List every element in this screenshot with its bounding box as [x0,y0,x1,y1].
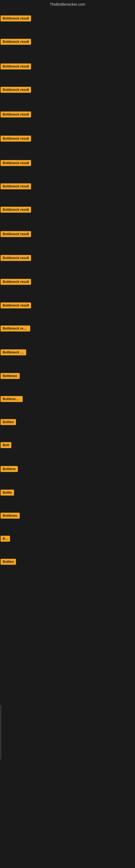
bottleneck-badge: Bot [1,536,10,542]
bottleneck-badge: Bottlen [1,419,16,425]
bottleneck-item[interactable]: Bottlenec [1,513,20,520]
bottleneck-badge: Bottleneck result [1,255,31,261]
bottleneck-badge: Bottleneck result [1,63,31,69]
bottleneck-item[interactable]: Bottleneck result [1,279,31,286]
bottleneck-badge: Bottleneck result [1,279,31,285]
bottleneck-item[interactable]: Bottleneck result [1,39,31,46]
bottleneck-item[interactable]: Bottleneck result [1,207,31,214]
vertical-line [1,705,1,760]
bottleneck-item[interactable]: Bottle [1,490,14,497]
bottleneck-badge: Bottleneck result [1,39,31,45]
bottleneck-item[interactable]: Bottleneck result [1,63,31,70]
bottleneck-item[interactable]: Bottleneck res [1,349,26,356]
bottleneck-item[interactable]: Bottleneck r [1,396,23,403]
page-wrapper: TheBottlenecker.com [0,0,135,10]
bottleneck-item[interactable]: Bottleneck result [1,183,31,190]
bottleneck-badge: Bottleneck result [1,16,31,22]
bottleneck-badge: Bottleneck result [1,87,31,93]
bottleneck-badge: Bottleneck result [1,207,31,213]
bottleneck-badge: Bottleneck result [1,160,31,166]
bottleneck-item[interactable]: Bottleneck result [1,16,31,23]
bottleneck-badge: Bottleneck result [1,303,31,308]
bottleneck-item[interactable]: Bott [1,442,11,449]
bottleneck-badge: Bottleneck res [1,349,26,355]
bottleneck-item[interactable]: Bottlenec [1,373,20,380]
bottleneck-item[interactable]: Bot [1,536,10,543]
bottleneck-item[interactable]: Bottlen [1,419,16,426]
bottleneck-item[interactable]: Bottleneck result [1,231,31,238]
bottleneck-item[interactable]: Bottleneck result [1,326,30,333]
bottleneck-badge: Bottlen [1,559,16,565]
bottleneck-badge: Bottleneck result [1,112,31,118]
bottleneck-badge: Bottlenec [1,373,20,379]
bottleneck-item[interactable]: Bottleneck result [1,303,31,310]
bottleneck-badge: Bottleneck result [1,183,31,189]
bottleneck-item[interactable]: Bottleneck result [1,160,31,167]
bottleneck-badge: Bottlene [1,466,18,472]
bottleneck-item[interactable]: Bottleneck result [1,255,31,262]
bottleneck-badge: Bottleneck result [1,326,30,332]
items-container [0,9,135,10]
bottleneck-badge: Bottlenec [1,513,20,519]
bottleneck-badge: Bottleneck r [1,396,23,402]
site-title: TheBottlenecker.com [0,0,135,9]
bottleneck-badge: Bott [1,442,11,448]
bottleneck-badge: Bottle [1,490,14,496]
bottleneck-badge: Bottleneck result [1,231,31,237]
bottleneck-badge: Bottleneck result [1,135,31,142]
bottleneck-item[interactable]: Bottleneck result [1,112,31,119]
bottleneck-item[interactable]: Bottlene [1,466,18,473]
bottleneck-item[interactable]: Bottleneck result [1,135,31,143]
bottleneck-item[interactable]: Bottlen [1,559,16,566]
bottleneck-item[interactable]: Bottleneck result [1,87,31,94]
